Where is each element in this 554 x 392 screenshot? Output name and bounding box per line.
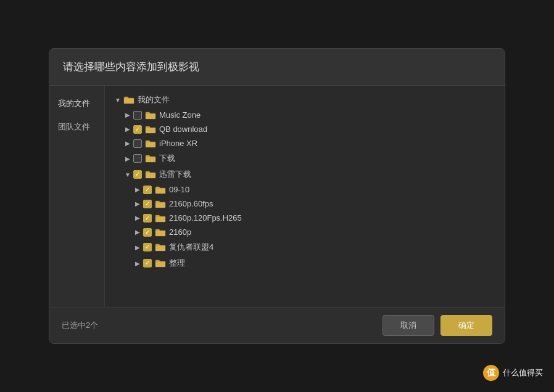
chevron-0910 — [133, 186, 142, 194]
footer-buttons: 取消 确定 — [382, 315, 492, 336]
label-organize: 整理 — [169, 258, 185, 269]
folder-icon-2160p — [155, 228, 166, 237]
dialog-title: 请选择哪些内容添加到极影视 — [49, 49, 505, 86]
dialog: 请选择哪些内容添加到极影视 我的文件 团队文件 我的文件 — [49, 48, 505, 344]
chevron-xunlei — [123, 170, 132, 179]
label-0910: 09-10 — [169, 185, 189, 194]
tree-node-iphone-xr[interactable]: iPhone XR — [114, 136, 496, 150]
label-music-zone: Music Zone — [159, 110, 201, 120]
chevron-music-zone — [123, 111, 132, 120]
chevron-2160p60fps — [133, 200, 142, 208]
tree-node-organize[interactable]: 整理 — [114, 255, 496, 271]
tree-root[interactable]: 我的文件 — [114, 92, 496, 108]
footer-status: 已选中2个 — [62, 320, 98, 331]
folder-icon-qb-download — [145, 125, 156, 134]
dialog-footer: 已选中2个 取消 确定 — [49, 307, 505, 343]
folder-icon-2160p60fps — [155, 200, 166, 208]
chevron-organize — [133, 259, 142, 267]
folder-icon-download — [145, 154, 156, 163]
checkbox-2160p60fps[interactable] — [143, 200, 152, 208]
watermark: 值 什么值得买 — [483, 365, 543, 381]
label-avengers4: 复仇者联盟4 — [169, 242, 213, 253]
label-xunlei: 迅雷下载 — [159, 169, 191, 180]
folder-icon-music-zone — [145, 111, 156, 120]
sidebar-item-my-files[interactable]: 我的文件 — [49, 92, 104, 115]
label-2160p60fps: 2160p.60fps — [169, 199, 213, 208]
tree-node-2160p120fps[interactable]: 2160p.120Fps.H265 — [114, 211, 496, 225]
checkbox-music-zone[interactable] — [133, 111, 142, 120]
folder-icon-xunlei — [145, 170, 156, 179]
chevron-2160p120fps — [133, 214, 142, 223]
label-2160p120fps: 2160p.120Fps.H265 — [169, 213, 242, 223]
checkbox-qb-download[interactable] — [133, 125, 142, 134]
tree-node-download[interactable]: 下载 — [114, 150, 496, 166]
tree-node-qb-download[interactable]: QB download — [114, 122, 496, 136]
chevron-qb-download — [123, 125, 132, 134]
label-qb-download: QB download — [159, 125, 207, 134]
watermark-text: 什么值得买 — [503, 367, 543, 378]
checkbox-avengers4[interactable] — [143, 243, 152, 251]
cancel-button[interactable]: 取消 — [382, 315, 434, 336]
chevron-download — [123, 154, 132, 163]
tree-node-avengers4[interactable]: 复仇者联盟4 — [114, 239, 496, 255]
folder-icon-0910 — [155, 186, 166, 194]
checkbox-organize[interactable] — [143, 259, 152, 267]
checkbox-download[interactable] — [133, 154, 142, 163]
root-label: 我的文件 — [138, 94, 170, 105]
chevron-avengers4 — [133, 243, 142, 251]
label-download: 下载 — [159, 153, 175, 164]
sidebar-item-team-files[interactable]: 团队文件 — [49, 115, 104, 139]
tree-node-music-zone[interactable]: Music Zone — [114, 108, 496, 122]
tree-node-0910[interactable]: 09-10 — [114, 182, 496, 197]
dialog-body: 我的文件 团队文件 我的文件 — [49, 86, 505, 307]
tree-area: 我的文件 Music Zone — [105, 86, 505, 307]
label-iphone-xr: iPhone XR — [159, 139, 197, 148]
checkbox-2160p120fps[interactable] — [143, 214, 152, 223]
checkbox-xunlei[interactable] — [133, 170, 142, 179]
folder-icon-2160p120fps — [155, 214, 166, 223]
folder-icon-root — [123, 96, 134, 104]
sidebar: 我的文件 团队文件 — [49, 86, 105, 307]
chevron-2160p — [133, 228, 142, 237]
label-2160p: 2160p — [169, 227, 191, 237]
chevron-root — [114, 96, 122, 104]
watermark-icon: 值 — [483, 365, 499, 381]
folder-icon-organize — [155, 259, 166, 267]
chevron-iphone-xr — [123, 139, 132, 148]
checkbox-iphone-xr[interactable] — [133, 139, 142, 148]
tree-node-xunlei[interactable]: 迅雷下载 — [114, 166, 496, 182]
checkbox-0910[interactable] — [143, 186, 152, 194]
folder-icon-avengers4 — [155, 243, 166, 251]
confirm-button[interactable]: 确定 — [440, 315, 492, 336]
tree-node-2160p[interactable]: 2160p — [114, 225, 496, 239]
checkbox-2160p[interactable] — [143, 228, 152, 237]
folder-icon-iphone-xr — [145, 139, 156, 148]
tree-node-2160p60fps[interactable]: 2160p.60fps — [114, 197, 496, 211]
